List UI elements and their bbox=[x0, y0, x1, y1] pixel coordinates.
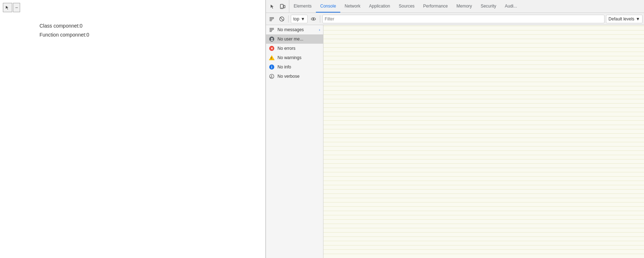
console-main-area[interactable] bbox=[323, 25, 644, 258]
devtools-tabs-bar: Elements Console Network Application Sou… bbox=[266, 0, 644, 13]
class-component-label: Class componnet:0 bbox=[39, 22, 265, 30]
info-icon: i bbox=[269, 64, 275, 70]
tab-console[interactable]: Console bbox=[316, 0, 340, 13]
minus-icon: − bbox=[15, 5, 18, 10]
toolbar-separator-2 bbox=[320, 15, 320, 23]
sidebar-item-messages[interactable]: No messages › bbox=[266, 25, 323, 34]
user-icon bbox=[269, 36, 275, 42]
warning-icon bbox=[269, 55, 275, 61]
eye-button[interactable] bbox=[309, 15, 318, 23]
tab-memory[interactable]: Memory bbox=[452, 0, 476, 13]
devtools-tabs-left bbox=[266, 0, 289, 13]
sidebar-item-user-messages[interactable]: No user me... bbox=[266, 34, 323, 44]
error-icon: ✕ bbox=[269, 46, 275, 51]
console-toolbar: top ▼ Default levels ▼ bbox=[266, 13, 644, 25]
tab-sources[interactable]: Sources bbox=[395, 0, 419, 13]
sidebar-verbose-label: No verbose bbox=[277, 74, 299, 79]
sidebar-errors-label: No errors bbox=[277, 46, 295, 51]
svg-point-22 bbox=[271, 77, 271, 78]
context-selector[interactable]: top ▼ bbox=[291, 15, 308, 23]
eye-icon bbox=[311, 16, 316, 22]
block-icon bbox=[279, 16, 285, 22]
context-dropdown-arrow: ▼ bbox=[301, 16, 305, 22]
svg-line-8 bbox=[280, 17, 284, 20]
tab-security[interactable]: Security bbox=[476, 0, 500, 13]
sidebar-user-messages-label: No user me... bbox=[277, 37, 303, 42]
levels-selector[interactable]: Default levels ▼ bbox=[606, 15, 643, 23]
svg-point-21 bbox=[270, 77, 271, 77]
sidebar-chevron-icon: › bbox=[319, 28, 320, 32]
svg-point-10 bbox=[313, 18, 314, 20]
verbose-icon bbox=[269, 73, 275, 79]
page-area: − Class componnet:0 Function componnet:0 bbox=[0, 0, 266, 258]
list-icon bbox=[269, 27, 275, 33]
sidebar-item-errors[interactable]: ✕ No errors bbox=[266, 44, 323, 53]
svg-point-17 bbox=[271, 75, 272, 76]
inspect-icon bbox=[270, 4, 275, 9]
page-content: Class componnet:0 Function componnet:0 bbox=[0, 0, 265, 39]
device-icon bbox=[280, 4, 285, 9]
function-component-label: Function componnet:0 bbox=[39, 30, 265, 39]
sidebar-item-info[interactable]: i No info bbox=[266, 62, 323, 72]
devtools-tabs-right: Elements Console Network Application Sou… bbox=[289, 0, 521, 13]
console-body: No messages › No user me... bbox=[266, 25, 644, 258]
levels-dropdown-arrow: ▼ bbox=[636, 16, 640, 22]
tab-application[interactable]: Application bbox=[365, 0, 395, 13]
minus-button[interactable]: − bbox=[13, 3, 20, 12]
toolbar-separator bbox=[288, 15, 289, 23]
clear-console-button[interactable] bbox=[267, 15, 276, 23]
tab-audits[interactable]: Audi... bbox=[500, 0, 521, 13]
sidebar-messages-label: No messages bbox=[277, 27, 304, 32]
svg-rect-1 bbox=[284, 5, 285, 8]
tab-elements[interactable]: Elements bbox=[289, 0, 316, 13]
sidebar-info-label: No info bbox=[277, 64, 291, 70]
cursor-icon-area: − bbox=[3, 3, 20, 12]
device-toolbar-button[interactable] bbox=[277, 1, 288, 11]
console-sidebar: No messages › No user me... bbox=[266, 25, 323, 258]
sidebar-warnings-label: No warnings bbox=[277, 55, 302, 60]
cursor-button[interactable] bbox=[3, 3, 12, 12]
inspect-element-button[interactable] bbox=[267, 1, 277, 11]
block-url-button[interactable] bbox=[277, 15, 286, 23]
sidebar-item-warnings[interactable]: No warnings bbox=[266, 53, 323, 62]
cursor-icon bbox=[5, 5, 10, 10]
tab-network[interactable]: Network bbox=[340, 0, 365, 13]
context-value: top bbox=[293, 16, 299, 22]
svg-point-15 bbox=[271, 38, 272, 39]
sidebar-item-verbose[interactable]: No verbose bbox=[266, 72, 323, 81]
tab-performance[interactable]: Performance bbox=[419, 0, 452, 13]
clear-icon bbox=[269, 16, 275, 22]
filter-input[interactable] bbox=[322, 15, 605, 23]
devtools-panel: Elements Console Network Application Sou… bbox=[266, 0, 644, 258]
levels-value: Default levels bbox=[608, 16, 634, 22]
